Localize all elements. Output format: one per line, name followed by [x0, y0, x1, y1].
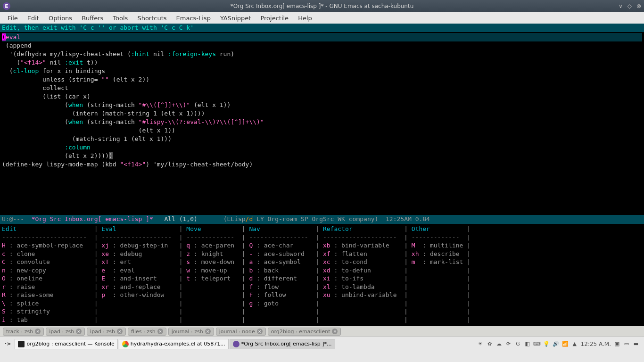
- code-line: nil: [46, 59, 65, 66]
- modeline-position: All (1,0): [153, 215, 223, 223]
- window-title: *Org Src Inbox.org[ emacs-lisp ]* - GNU …: [231, 3, 414, 9]
- taskbar: ·> org2blog : emacsclient — Konsole hydr…: [0, 337, 644, 351]
- hydra-panel: Edit | Eval | Move | Nav | Refactor | Ot…: [0, 223, 644, 326]
- wifi-icon[interactable]: 📶: [562, 341, 569, 347]
- code-line: (intern (match-string 1 (elt x 1)))): [2, 110, 205, 117]
- background-tab[interactable]: journal : node×: [216, 328, 266, 336]
- background-tab[interactable]: files : zsh×: [128, 328, 166, 336]
- close-icon[interactable]: ×: [35, 329, 41, 334]
- close-icon[interactable]: ×: [76, 329, 82, 334]
- start-button[interactable]: ·>: [2, 340, 14, 348]
- tray-icon[interactable]: ▭: [623, 341, 630, 347]
- code-line: collect: [2, 84, 68, 91]
- code-keyword: cl-loop: [13, 67, 39, 74]
- taskbar-clock[interactable]: 12:25 A.M.: [581, 341, 611, 347]
- code-keyword: :hint: [131, 50, 149, 58]
- paren-match: ): [109, 152, 113, 159]
- tab-label: track : zsh: [6, 329, 33, 335]
- menu-tools[interactable]: Tools: [108, 13, 132, 23]
- code-line: (elt x 1)): [190, 101, 231, 108]
- tab-label: journal : zsh: [172, 329, 203, 335]
- code-line: (: [2, 67, 13, 74]
- background-tab[interactable]: ipad : zsh×: [46, 328, 85, 336]
- tray-icon[interactable]: ✿: [487, 341, 493, 347]
- tray-icon[interactable]: G: [515, 341, 521, 347]
- close-icon[interactable]: ⊗: [636, 3, 641, 9]
- keyboard-icon[interactable]: ⌨: [534, 341, 540, 347]
- code-line: [2, 144, 65, 151]
- background-tab[interactable]: ipad : zsh×: [87, 328, 126, 336]
- chrome-icon: [122, 341, 129, 347]
- code-keyword: when: [68, 101, 83, 108]
- volume-icon[interactable]: 🔊: [553, 341, 559, 347]
- taskbar-item-konsole[interactable]: org2blog : emacsclient — Konsole: [15, 339, 117, 349]
- code-keyword: :exit: [65, 59, 83, 66]
- code-keyword: when: [68, 118, 83, 125]
- modeline-prefix: U:@---: [2, 215, 32, 223]
- emacs-menubar: File Edit Options Buffers Tools Shortcut…: [0, 12, 644, 24]
- menu-help[interactable]: Help: [293, 13, 317, 23]
- mode-line: U:@--- *Org Src Inbox.org[ emacs-lisp ]*…: [0, 215, 644, 223]
- code-line: '(defhydra my/lispy-cheat-sheet (: [2, 50, 131, 58]
- modeline-modes-slash: /d: [246, 215, 253, 223]
- menu-projectile[interactable]: Projectile: [256, 13, 293, 23]
- code-line: for x in bindings: [39, 67, 105, 74]
- taskbar-label: hydra/hydra-examples.el at 05871...: [131, 341, 225, 347]
- close-icon[interactable]: ×: [257, 329, 263, 334]
- menu-options[interactable]: Options: [44, 13, 77, 23]
- tab-label: ipad : zsh: [49, 329, 74, 335]
- background-tab[interactable]: org2blog : emacsclient×: [268, 328, 341, 336]
- code-line: unless (string=: [2, 76, 101, 83]
- close-icon[interactable]: ×: [157, 329, 163, 334]
- menu-file[interactable]: File: [3, 13, 23, 23]
- minimize-icon[interactable]: ∨: [619, 3, 623, 9]
- code-line: nil: [149, 50, 168, 58]
- tray-icon[interactable]: ◧: [524, 341, 531, 347]
- code-line: (: [2, 101, 68, 108]
- code-string: "#\\([^]]+\\)": [139, 101, 190, 108]
- taskbar-item-emacs[interactable]: *Org Src Inbox.org[ emacs-lisp ]*...: [230, 339, 335, 349]
- close-icon[interactable]: ×: [117, 329, 123, 334]
- code-keyword: :foreign-keys: [168, 50, 216, 58]
- background-tab[interactable]: track : zsh×: [3, 328, 44, 336]
- code-line: run): [216, 50, 234, 58]
- code-line: (string-match: [83, 101, 138, 108]
- tray-icon[interactable]: ▬: [633, 341, 639, 347]
- maximize-icon[interactable]: ◇: [627, 3, 632, 9]
- code-string: "#lispy-\\(?:eval-\\)?\\([^]]+\\)": [139, 118, 264, 125]
- window-titlebar: E *Org Src Inbox.org[ emacs-lisp ]* - GN…: [0, 0, 644, 12]
- code-line: (define-key lispy-mode-map (kbd: [2, 161, 120, 168]
- menu-edit[interactable]: Edit: [23, 13, 44, 23]
- emacs-icon: E: [3, 2, 10, 10]
- tray-icon[interactable]: ☁: [496, 341, 503, 347]
- modeline-modes-b: LY Org-roam SP OrgSrc WK company): [253, 215, 378, 223]
- bulb-icon[interactable]: 💡: [543, 341, 550, 347]
- code-string: "": [101, 76, 109, 83]
- taskbar-item-chrome[interactable]: hydra/hydra-examples.el at 05871...: [119, 339, 229, 349]
- close-icon[interactable]: ×: [205, 329, 211, 334]
- tray-icon[interactable]: ▣: [614, 341, 620, 347]
- emacs-icon: [233, 341, 239, 347]
- menu-emacs-lisp[interactable]: Emacs-Lisp: [172, 13, 215, 23]
- modeline-buffer[interactable]: *Org Src Inbox.org[ emacs-lisp ]*: [32, 215, 153, 223]
- code-line: t)): [83, 59, 98, 66]
- code-line: (elt x 1)): [2, 127, 175, 134]
- header-line: Edit, then exit with 'C-c '' or abort wi…: [0, 24, 644, 32]
- background-tab[interactable]: journal : zsh×: [168, 328, 214, 336]
- tray-icon[interactable]: ☀: [477, 341, 484, 347]
- code-line: (match-string 1 (elt x 1))): [2, 135, 172, 142]
- system-tray: ☀ ✿ ☁ ⟳ G ◧ ⌨ 💡 🔊 📶 ▲ 12:25 A.M. ▣ ▭ ▬: [477, 341, 642, 347]
- taskbar-label: org2blog : emacsclient — Konsole: [26, 341, 114, 347]
- modeline-modes: (ELisp: [223, 215, 246, 223]
- tab-label: journal : node: [219, 329, 255, 335]
- tray-icon[interactable]: ⟳: [505, 341, 512, 347]
- modeline-time: 12:25AM 0.84: [378, 215, 430, 223]
- close-icon[interactable]: ×: [332, 329, 338, 334]
- menu-buffers[interactable]: Buffers: [77, 13, 108, 23]
- menu-shortcuts[interactable]: Shortcuts: [132, 13, 171, 23]
- editor-buffer[interactable]: (eval (append '(defhydra my/lispy-cheat-…: [0, 32, 644, 215]
- background-tabs: track : zsh×ipad : zsh×ipad : zsh×files …: [0, 326, 644, 337]
- menu-yasnippet[interactable]: YASnippet: [215, 13, 256, 23]
- expand-icon[interactable]: ▲: [571, 341, 578, 347]
- konsole-icon: [18, 341, 25, 347]
